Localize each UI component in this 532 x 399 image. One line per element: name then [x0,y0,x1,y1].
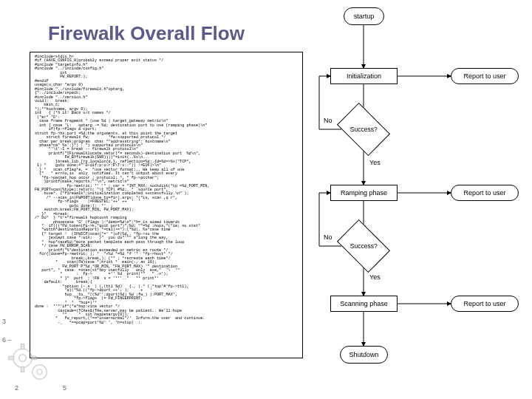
svg-point-10 [19,355,27,362]
axis-tick-5: 5 [63,384,66,392]
svg-rect-14 [31,356,36,359]
node-report-2: Report to user [451,185,519,201]
svg-rect-11 [21,344,24,349]
label: Success? [350,242,378,250]
node-report-3: Report to user [451,296,519,312]
node-scanning: Scanning phase [330,296,398,312]
label: Ramping phase [341,189,387,197]
node-shutdown: Shutdown [340,346,388,364]
flowchart: startup Initialization Report to user Su… [310,0,532,399]
svg-point-16 [37,369,42,375]
page-title: Firewalk Overall Flow [48,22,245,45]
node-ramping: Ramping phase [330,185,398,201]
axis-tick-3: 3 [2,318,6,325]
label: Report to user [463,72,505,80]
label: Shutdown [349,351,378,358]
label-no-1: No [324,117,332,124]
svg-point-9 [13,349,32,367]
svg-point-15 [33,365,47,380]
label: Scanning phase [340,300,388,307]
gear-icon [4,340,56,392]
node-report-1: Report to user [451,68,519,84]
label: Report to user [463,300,505,307]
label: startup [354,13,375,20]
svg-rect-12 [21,366,24,372]
label: Initialization [347,72,381,80]
node-initialization: Initialization [330,68,398,84]
label: Report to user [463,189,505,197]
svg-rect-13 [9,356,14,359]
label-yes-2: Yes [369,273,381,281]
label: Success? [350,126,378,133]
label-no-2: No [324,233,332,241]
axis-tick-6: 6 – [2,336,12,344]
axis-tick-2: 2 [15,384,18,392]
node-startup: startup [344,7,384,25]
label-yes-1: Yes [369,159,381,166]
code-listing: #include<stdio.h> #if (HAVE_CONFIG_H)pro… [30,52,303,358]
